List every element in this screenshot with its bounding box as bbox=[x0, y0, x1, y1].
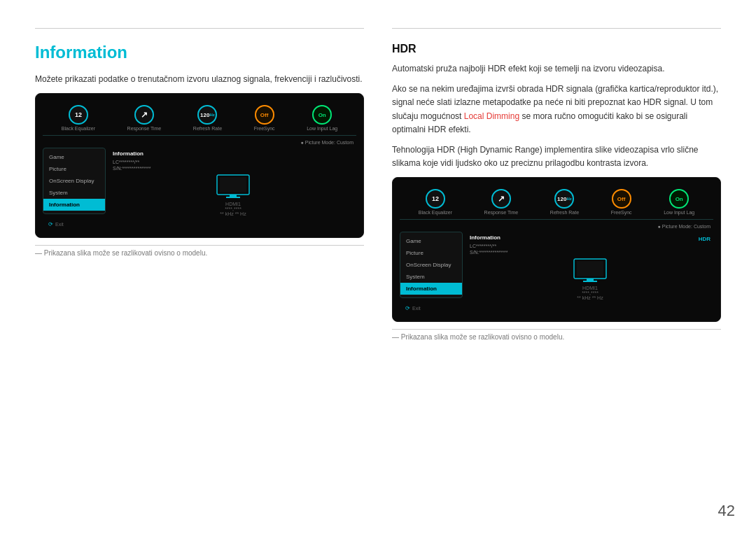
osd-menu-left: Game Picture OnScreen Display System Inf… bbox=[43, 148, 106, 214]
dial-circle-right-1: 12 bbox=[426, 189, 445, 209]
osd-top-bar-left: 12 Black Equalizer ↗ Response Time 120Hz… bbox=[43, 101, 356, 136]
monitor-svg-left bbox=[216, 174, 251, 200]
svg-rect-6 bbox=[587, 279, 594, 281]
svg-rect-5 bbox=[577, 261, 603, 276]
left-column: Information Možete prikazati podatke o t… bbox=[35, 28, 364, 520]
monitor-svg-right bbox=[573, 258, 608, 284]
dial-circle-left-5: On bbox=[312, 105, 332, 125]
osd-lc-right: LC********/** bbox=[470, 244, 710, 248]
dial-circle-left-2: ↗ bbox=[134, 105, 154, 125]
osd-menu-picture-right: Picture bbox=[400, 247, 462, 259]
svg-rect-3 bbox=[226, 197, 240, 198]
dial-label-right-5: Low Input Lag bbox=[664, 210, 694, 215]
osd-sn-right: S/N:*************** bbox=[470, 250, 710, 255]
osd-menu-system-left: System bbox=[43, 187, 105, 199]
osd-menu-info-left: Information bbox=[43, 199, 105, 211]
osd-info-title-right: Information bbox=[470, 234, 500, 241]
svg-rect-1 bbox=[220, 177, 246, 192]
exit-label-right: Exit bbox=[412, 306, 421, 311]
dial-freesync-left: Off FreeSync bbox=[254, 105, 275, 131]
osd-menu-game-left: Game bbox=[43, 151, 105, 163]
osd-menu-info-right: Information bbox=[400, 283, 462, 295]
exit-icon-left: ⟳ bbox=[48, 221, 53, 227]
osd-monitor-right: HDMI1 ****,**** ** kHz ** Hz bbox=[470, 258, 710, 300]
left-footnote: ― Prikazana slika može se razlikovati ov… bbox=[35, 245, 364, 257]
right-column: HDR Automatski pruža najbolji HDR efekt … bbox=[392, 28, 721, 520]
section-title: Information bbox=[35, 43, 364, 62]
dial-black-eq-right: 12 Black Equalizer bbox=[419, 189, 452, 215]
osd-mockup-right: 12 Black Equalizer ↗ Response Time 120Hz… bbox=[392, 177, 721, 322]
dial-label-left-3: Refresh Rate bbox=[193, 126, 222, 131]
osd-hdmi-left: HDMI1 bbox=[225, 202, 241, 206]
right-footnote: ― Prikazana slika može se razlikovati ov… bbox=[392, 329, 721, 341]
right-para1: Automatski pruža najbolji HDR efekt koji… bbox=[392, 62, 721, 76]
osd-menu-onscreen-left: OnScreen Display bbox=[43, 175, 105, 187]
osd-freq1-right: ****,**** bbox=[582, 290, 598, 295]
dial-circle-left-3: 120Hz bbox=[197, 105, 217, 125]
dial-inputlag-left: On Low Input Lag bbox=[307, 105, 337, 131]
osd-info-title-left: Information bbox=[113, 150, 354, 157]
osd-info-panel-left: Information LC********/** S/N:**********… bbox=[110, 148, 356, 230]
left-description: Možete prikazati podatke o trenutačnom i… bbox=[35, 73, 364, 86]
osd-menu-game-right: Game bbox=[400, 235, 462, 247]
dial-refresh-right: 120Hz Refresh Rate bbox=[550, 189, 579, 215]
dial-label-right-4: FreeSync bbox=[611, 210, 632, 215]
dial-refresh-left: 120Hz Refresh Rate bbox=[193, 105, 222, 131]
osd-exit-right: ⟳ Exit bbox=[400, 302, 463, 314]
dial-label-right-1: Black Equalizer bbox=[419, 210, 452, 215]
osd-mockup-left: 12 Black Equalizer ↗ Response Time 120Hz… bbox=[35, 93, 364, 238]
dial-freesync-right: Off FreeSync bbox=[611, 189, 632, 215]
osd-menu-onscreen-right: OnScreen Display bbox=[400, 259, 462, 271]
dial-label-left-4: FreeSync bbox=[254, 126, 275, 131]
exit-icon-right: ⟳ bbox=[405, 305, 410, 311]
osd-freq1-left: ****,**** bbox=[225, 206, 241, 211]
osd-picture-mode-right: ● Picture Mode: Custom bbox=[400, 224, 713, 229]
osd-exit-left: ⟳ Exit bbox=[43, 218, 106, 230]
osd-freq2-right: ** kHz ** Hz bbox=[577, 295, 603, 300]
osd-lc-left: LC********/** bbox=[113, 160, 354, 164]
osd-sn-left: S/N:*************** bbox=[113, 166, 354, 171]
svg-rect-2 bbox=[230, 195, 237, 197]
dial-circle-right-4: Off bbox=[612, 189, 631, 209]
dial-circle-right-3: 120Hz bbox=[554, 189, 574, 209]
osd-hdmi-right: HDMI1 bbox=[582, 286, 598, 290]
osd-info-panel-right: Information HDR LC********/** S/N:******… bbox=[467, 232, 713, 314]
osd-menu-system-right: System bbox=[400, 271, 462, 283]
svg-rect-7 bbox=[583, 281, 597, 282]
osd-menu-right: Game Picture OnScreen Display System Inf… bbox=[400, 232, 463, 298]
dial-response-left: ↗ Response Time bbox=[127, 105, 162, 131]
dial-label-left-2: Response Time bbox=[127, 126, 162, 131]
dial-circle-left-4: Off bbox=[255, 105, 274, 125]
osd-main-right: Game Picture OnScreen Display System Inf… bbox=[400, 232, 713, 314]
right-para3: Tehnologija HDR (High Dynamic Range) imp… bbox=[392, 143, 721, 170]
dial-label-right-3: Refresh Rate bbox=[550, 210, 579, 215]
osd-top-bar-right: 12 Black Equalizer ↗ Response Time 120Hz… bbox=[400, 185, 713, 220]
dial-inputlag-right: On Low Input Lag bbox=[664, 189, 694, 215]
dial-label-left-5: Low Input Lag bbox=[307, 126, 337, 131]
osd-main-left: Game Picture OnScreen Display System Inf… bbox=[43, 148, 356, 230]
dial-label-left-1: Black Equalizer bbox=[62, 126, 95, 131]
osd-monitor-left: HDMI1 ****,**** ** kHz ** Hz bbox=[113, 174, 354, 216]
osd-freq2-left: ** kHz ** Hz bbox=[220, 211, 246, 216]
hdr-title: HDR bbox=[392, 43, 721, 55]
osd-picture-mode-left: ● Picture Mode: Custom bbox=[43, 140, 356, 145]
dial-circle-left-1: 12 bbox=[69, 105, 88, 125]
page-number: 42 bbox=[718, 502, 735, 520]
right-para2: Ako se na nekim uređajima izvrši obrada … bbox=[392, 83, 721, 136]
osd-menu-picture-left: Picture bbox=[43, 163, 105, 175]
dial-black-eq-left: 12 Black Equalizer bbox=[62, 105, 95, 131]
dial-circle-right-2: ↗ bbox=[491, 189, 511, 209]
dial-circle-right-5: On bbox=[669, 189, 689, 209]
osd-hdr-badge: HDR bbox=[699, 236, 710, 242]
dial-response-right: ↗ Response Time bbox=[484, 189, 519, 215]
exit-label-left: Exit bbox=[55, 222, 64, 227]
dial-label-right-2: Response Time bbox=[484, 210, 519, 215]
right-highlight: Local Dimming bbox=[464, 111, 519, 121]
